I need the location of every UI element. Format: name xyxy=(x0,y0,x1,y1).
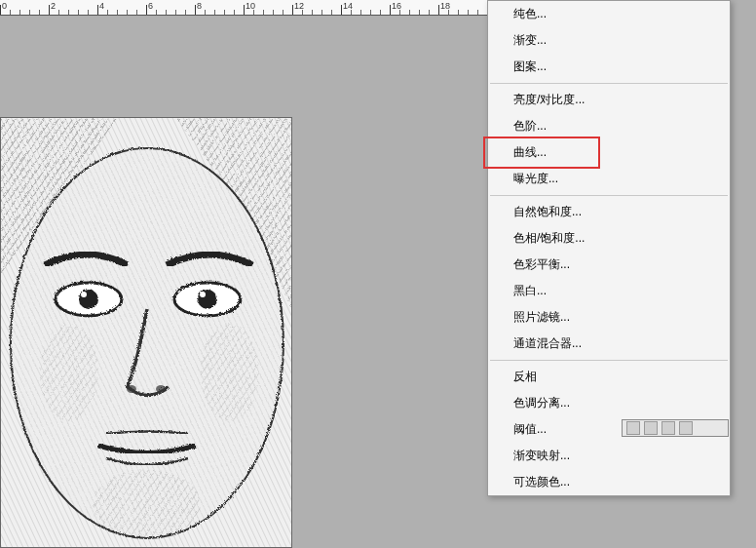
svg-point-13 xyxy=(127,385,136,393)
menu-separator xyxy=(490,360,728,361)
ruler-tick-label: 8 xyxy=(197,1,202,11)
panel-icon[interactable] xyxy=(644,421,658,435)
menu-solid-color[interactable]: 纯色... xyxy=(488,1,730,27)
menu-levels[interactable]: 色阶... xyxy=(488,113,730,139)
menu-channel-mixer[interactable]: 通道混合器... xyxy=(488,331,730,357)
panel-icon[interactable] xyxy=(662,421,675,435)
svg-point-12 xyxy=(200,292,206,297)
menu-brightness-contrast[interactable]: 亮度/对比度... xyxy=(488,87,730,113)
menu-separator xyxy=(490,195,728,196)
ruler-tick-label: 0 xyxy=(2,1,7,11)
menu-pattern[interactable]: 图案... xyxy=(488,54,730,80)
menu-selective-color[interactable]: 可选颜色... xyxy=(488,469,730,495)
menu-hue-saturation[interactable]: 色相/饱和度... xyxy=(488,225,730,252)
panel-icon[interactable] xyxy=(626,421,640,435)
menu-gradient-map[interactable]: 渐变映射... xyxy=(488,443,730,469)
menu-black-white[interactable]: 黑白... xyxy=(488,278,730,304)
svg-point-15 xyxy=(39,323,97,420)
svg-point-11 xyxy=(197,289,216,308)
menu-separator xyxy=(490,83,728,84)
menu-exposure[interactable]: 曝光度... xyxy=(488,166,730,192)
menu-curves[interactable]: 曲线... xyxy=(488,139,730,166)
ruler-tick-label: 2 xyxy=(51,1,56,11)
canvas-sketch-image xyxy=(0,117,292,548)
menu-photo-filter[interactable]: 照片滤镜... xyxy=(488,304,730,331)
svg-point-14 xyxy=(156,385,166,393)
menu-vibrance[interactable]: 自然饱和度... xyxy=(488,199,730,225)
ruler-tick-label: 4 xyxy=(99,1,104,11)
svg-point-16 xyxy=(200,323,258,420)
horizontal-ruler: 02468101214161820 xyxy=(0,0,487,16)
menu-posterize[interactable]: 色调分离... xyxy=(488,390,730,416)
svg-point-9 xyxy=(81,292,87,297)
svg-point-8 xyxy=(78,289,97,308)
menu-invert[interactable]: 反相 xyxy=(488,364,730,390)
panel-footer-strip xyxy=(622,419,729,437)
panel-icon[interactable] xyxy=(679,421,693,435)
menu-color-balance[interactable]: 色彩平衡... xyxy=(488,252,730,278)
svg-point-17 xyxy=(93,469,200,537)
ruler-tick-label: 6 xyxy=(148,1,153,11)
menu-gradient[interactable]: 渐变... xyxy=(488,27,730,54)
